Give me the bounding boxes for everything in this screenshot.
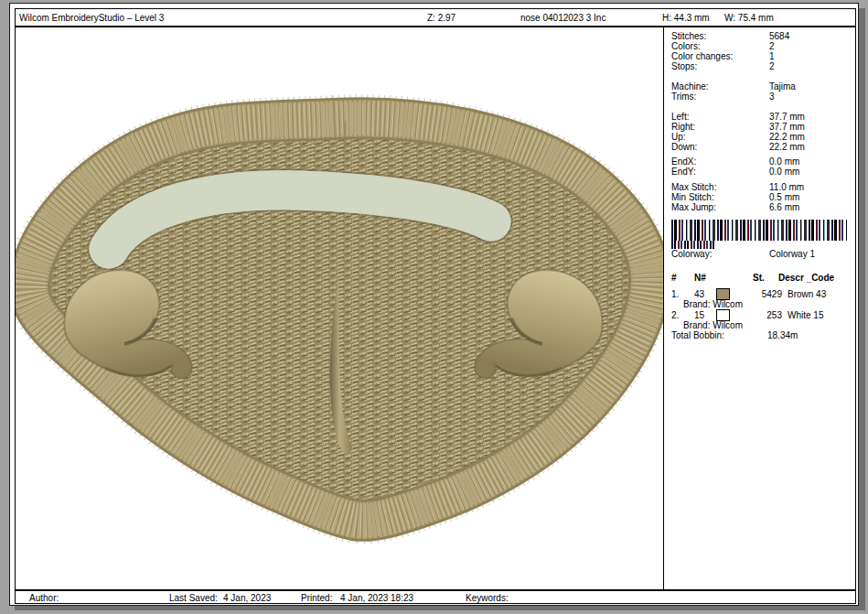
thread-row-n: 15 bbox=[694, 310, 704, 320]
colorway-label: Colorway: bbox=[671, 249, 712, 259]
thread-row-brand: Brand: Wilcom bbox=[683, 299, 743, 309]
stat-label: Stops: bbox=[671, 61, 697, 71]
thread-row-n: 43 bbox=[694, 289, 704, 299]
total-bobbin-value: 18.34m bbox=[767, 330, 798, 340]
thread-row-descr: Brown 43 bbox=[788, 289, 826, 299]
zoom-level: Z: 2.97 bbox=[427, 13, 455, 23]
stat-value: 11.0 mm bbox=[769, 182, 804, 192]
thread-row-brand: Brand: Wilcom bbox=[683, 320, 743, 330]
app-title: Wilcom EmbroideryStudio – Level 3 bbox=[19, 13, 164, 23]
design-filename: nose 04012023 3 Inc bbox=[520, 13, 605, 23]
colorway-barcode bbox=[671, 220, 847, 241]
thread-row-descr: White 15 bbox=[788, 310, 823, 320]
stat-label: Machine: bbox=[671, 81, 709, 92]
colorway-barcode-subrow bbox=[671, 241, 714, 249]
thread-row-stitches: 5429 bbox=[733, 289, 782, 299]
last-saved-value: 4 Jan, 2023 bbox=[223, 593, 271, 603]
colorway-value: Colorway 1 bbox=[769, 249, 815, 259]
printed-value: 4 Jan, 2023 18:23 bbox=[340, 593, 413, 603]
stat-label: Left: bbox=[671, 112, 689, 122]
stat-label: Colors: bbox=[671, 41, 701, 51]
stat-value: 37.7 mm bbox=[769, 112, 805, 122]
stat-value: 22.2 mm bbox=[769, 132, 805, 142]
col-header-num: # bbox=[671, 273, 677, 283]
stat-value: 2 bbox=[769, 61, 775, 71]
stat-value: 6.6 mm bbox=[769, 202, 799, 212]
print-preview-page: Wilcom EmbroideryStudio – Level 3 Z: 2.9… bbox=[9, 3, 859, 606]
thread-row-stitches: 253 bbox=[733, 310, 782, 320]
header-box: Wilcom EmbroideryStudio – Level 3 Z: 2.9… bbox=[15, 8, 856, 27]
stat-label: Min Stitch: bbox=[671, 192, 714, 202]
loose-thread bbox=[345, 121, 346, 150]
stat-label: Down: bbox=[671, 142, 697, 152]
stat-value: 37.7 mm bbox=[769, 122, 805, 132]
stat-label: EndX: bbox=[671, 156, 696, 167]
keywords-label: Keywords: bbox=[466, 593, 509, 603]
stat-label: Max Stitch: bbox=[671, 182, 716, 192]
stat-label: Trims: bbox=[671, 92, 696, 102]
stat-value: 2 bbox=[769, 41, 775, 51]
design-canvas bbox=[16, 27, 663, 589]
stat-value: 5684 bbox=[769, 31, 789, 41]
stat-value: 1 bbox=[769, 51, 775, 61]
stat-label: EndY: bbox=[671, 167, 696, 177]
stat-value: 3 bbox=[769, 92, 775, 102]
stat-label: Stitches: bbox=[671, 31, 706, 41]
col-header-n: N# bbox=[694, 273, 706, 283]
stat-label: Right: bbox=[671, 122, 695, 132]
last-saved-label: Last Saved: bbox=[169, 593, 218, 603]
thread-row-num: 1. bbox=[671, 289, 679, 299]
total-bobbin-label: Total Bobbin: bbox=[671, 330, 724, 340]
stat-label: Max Jump: bbox=[671, 202, 716, 212]
design-width: W: 75.4 mm bbox=[724, 13, 774, 23]
stat-value: Tajima bbox=[769, 81, 796, 92]
col-header-descr: Descr _Code bbox=[778, 273, 834, 283]
stat-value: 0.0 mm bbox=[769, 156, 799, 167]
stat-value: 22.2 mm bbox=[769, 142, 805, 152]
stat-label: Up: bbox=[671, 132, 686, 142]
printed-label: Printed: bbox=[301, 593, 332, 603]
author-label: Author: bbox=[29, 593, 59, 603]
design-height: H: 44.3 mm bbox=[662, 13, 710, 23]
footer-box: Author: Last Saved: 4 Jan, 2023 Printed:… bbox=[15, 590, 856, 604]
col-header-st: St. bbox=[753, 273, 765, 283]
stat-value: 0.5 mm bbox=[769, 192, 799, 202]
panel-divider bbox=[663, 27, 664, 590]
stat-label: Color changes: bbox=[671, 51, 733, 61]
stat-value: 0.0 mm bbox=[769, 167, 799, 177]
thread-row-num: 2. bbox=[671, 310, 679, 320]
